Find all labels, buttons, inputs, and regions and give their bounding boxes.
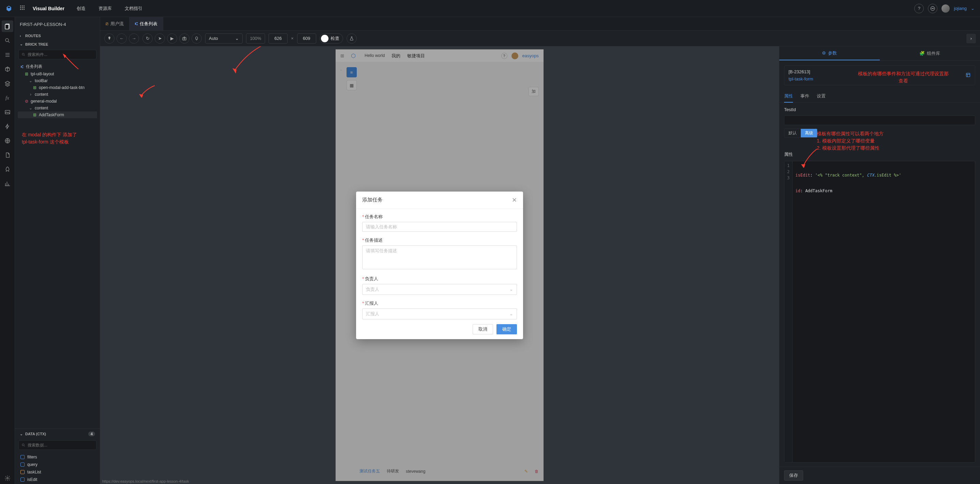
gear-icon: ⚙ <box>822 51 826 56</box>
chat-icon[interactable] <box>928 4 937 13</box>
rail-settings-icon[interactable] <box>2 473 13 484</box>
data-item-filters[interactable]: filters <box>18 453 97 461</box>
mode-toggle[interactable]: 默认 高级 <box>784 129 818 138</box>
rp-tab-components[interactable]: 🧩组件库 <box>880 46 980 61</box>
route-icon: ⑆ <box>135 21 138 26</box>
zoom-select[interactable]: Auto⌄ <box>205 33 243 44</box>
toggle-default[interactable]: 默认 <box>784 129 801 137</box>
forward-icon[interactable]: → <box>129 33 139 44</box>
template-icon[interactable] <box>965 72 971 79</box>
subtab-events[interactable]: 事件 <box>800 90 809 103</box>
nav-resources[interactable]: 资源库 <box>94 5 116 11</box>
svg-rect-3 <box>20 7 21 8</box>
rail-pages-icon[interactable] <box>2 21 13 32</box>
canvas-width[interactable]: 626 <box>269 33 288 44</box>
brick-tree: ⑆任务列表 ⊞tpl-ui8-layout ⌄toolBar ⊞open-mod… <box>15 62 100 428</box>
bulb-icon[interactable] <box>191 33 202 44</box>
tree-addtaskform[interactable]: ⊞AddTaskForm <box>18 111 97 118</box>
owner-select[interactable]: 负责人⌄ <box>362 284 517 295</box>
project-name: FIRST-APP-LESSON-4 <box>15 17 100 32</box>
tree-general-modal[interactable]: ⊝general-modal <box>18 98 97 105</box>
testid-input[interactable] <box>784 116 975 125</box>
chevron-down-icon[interactable]: ⌄ <box>971 6 975 11</box>
save-button[interactable]: 保存 <box>784 470 803 481</box>
data-item-tasklist[interactable]: taskList <box>18 468 97 476</box>
data-section-header[interactable]: ⌄DATA (CTX)4 <box>15 429 100 439</box>
task-desc-input[interactable] <box>362 245 517 269</box>
bricktree-header[interactable]: ⌄BRICK TREE <box>15 40 100 48</box>
user-name[interactable]: jojiang <box>954 6 967 11</box>
svg-point-11 <box>932 8 933 8</box>
subtab-settings[interactable]: 设置 <box>817 90 826 103</box>
svg-point-21 <box>22 444 24 446</box>
props-label: 属性 <box>784 151 975 158</box>
rail-globe-icon[interactable] <box>2 135 13 146</box>
rail-chart-icon[interactable] <box>2 178 13 189</box>
routes-header[interactable]: ›ROUTES <box>15 32 100 40</box>
code-editor[interactable]: 123 isEdit: '<% "track context", CTX.isE… <box>784 161 975 463</box>
pin-icon[interactable] <box>104 33 115 44</box>
brick-search[interactable] <box>18 50 96 59</box>
data-search[interactable] <box>18 440 96 450</box>
back-icon[interactable]: ← <box>116 33 127 44</box>
brand-name: Visual Builder <box>33 6 64 11</box>
modal-title: 添加任务 <box>362 197 383 203</box>
testid-label: TestId <box>784 107 975 112</box>
rail-rocket-icon[interactable] <box>2 164 13 175</box>
rail-bolt-icon[interactable] <box>2 121 13 132</box>
data-item-query[interactable]: query <box>18 461 97 468</box>
icon-rail: fx <box>0 17 15 484</box>
tree-toolbar[interactable]: ⌄toolBar <box>18 77 97 84</box>
svg-point-19 <box>22 53 24 55</box>
subtab-props[interactable]: 属性 <box>784 90 793 103</box>
rail-cube-icon[interactable] <box>2 64 13 75</box>
zoom-percent: 100% <box>246 33 265 44</box>
annotation-rp-props: 模板有哪些属性可以看两个地方 1. 模板内部定义了哪些变量 2. 模板设置那代理… <box>817 130 884 152</box>
avatar[interactable] <box>942 5 950 13</box>
brick-search-input[interactable] <box>28 52 93 57</box>
data-item-isedit[interactable]: isEdit <box>18 476 97 483</box>
tree-content-b[interactable]: ⌄content <box>18 105 97 111</box>
svg-rect-1 <box>22 5 23 6</box>
tree-content-a[interactable]: ›content <box>18 91 97 98</box>
rail-search-icon[interactable] <box>2 35 13 46</box>
logo-icon <box>5 5 12 12</box>
rail-doc-icon[interactable] <box>2 149 13 161</box>
tab-tasklist[interactable]: ⑆任务列表 <box>129 17 163 30</box>
reporter-select[interactable]: 汇报人⌄ <box>362 309 517 319</box>
close-icon[interactable]: ✕ <box>512 196 517 204</box>
play-icon[interactable]: ▶ <box>167 33 177 44</box>
right-panel: ⚙参数 🧩组件库 [B-232613] tpl-task-form 模板的有哪些… <box>779 46 980 484</box>
tree-open-modal-btn[interactable]: ⊞open-modal-add-task-btn <box>18 84 97 91</box>
expand-right-icon[interactable]: › <box>966 34 976 43</box>
nav-create[interactable]: 创造 <box>73 5 90 11</box>
rail-list-icon[interactable] <box>2 49 13 61</box>
tree-tpl-layout[interactable]: ⊞tpl-ui8-layout <box>18 70 97 77</box>
refresh-icon[interactable]: ↻ <box>142 33 153 44</box>
toggle-advanced[interactable]: 高级 <box>801 129 817 137</box>
topbar: Visual Builder 创造 资源库 文档指引 ? jojiang ⌄ <box>0 0 980 17</box>
help-icon[interactable]: ? <box>914 4 924 13</box>
canvas-height[interactable]: 609 <box>297 33 316 44</box>
brick-name[interactable]: tpl-task-form <box>789 76 813 81</box>
rail-layers-icon[interactable] <box>2 78 13 89</box>
chevron-down-icon: ⌄ <box>509 287 513 292</box>
nav-docs[interactable]: 文档指引 <box>121 5 146 11</box>
flask-icon[interactable] <box>347 33 357 44</box>
camera-icon[interactable] <box>179 33 189 44</box>
cancel-button[interactable]: 取消 <box>473 324 493 334</box>
brick-card: [B-232613] tpl-task-form <box>784 65 975 85</box>
ok-button[interactable]: 确定 <box>496 324 517 334</box>
rail-fx-icon[interactable]: fx <box>2 92 13 103</box>
task-name-input[interactable] <box>362 222 517 232</box>
rp-tab-params[interactable]: ⚙参数 <box>779 46 880 61</box>
svg-rect-6 <box>20 9 21 10</box>
rail-image-icon[interactable] <box>2 106 13 118</box>
send-icon[interactable]: ➤ <box>155 33 165 44</box>
tab-userflow[interactable]: ⎚用户流 <box>100 17 129 30</box>
inspect-toggle[interactable]: 检查 <box>320 33 343 44</box>
main-area: ⎚用户流 ⑆任务列表 ← → ↻ ➤ ▶ Auto⌄ 100% 626 <box>100 17 980 484</box>
data-search-input[interactable] <box>28 443 93 447</box>
tree-route-root[interactable]: ⑆任务列表 <box>18 63 97 70</box>
apps-grid-icon[interactable] <box>17 5 28 12</box>
